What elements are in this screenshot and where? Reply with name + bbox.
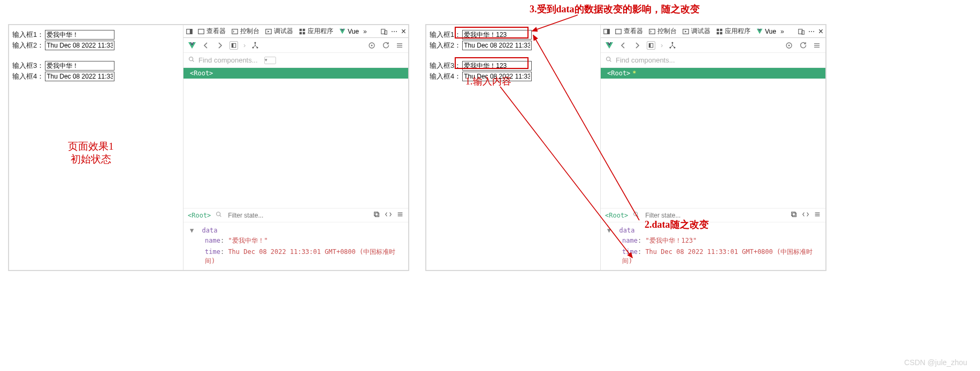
refresh-icon[interactable] [799, 41, 807, 50]
tree-root-row[interactable]: <Root> * [601, 68, 825, 79]
breadcrumb-sep: › [661, 41, 663, 49]
svg-rect-36 [720, 32, 722, 34]
components-icon[interactable] [647, 41, 655, 50]
tab-console[interactable]: 控制台 [647, 27, 678, 36]
more-icon[interactable]: ⋯ [391, 28, 398, 35]
vue-component-search[interactable]: Find components... ▾ [183, 53, 408, 68]
modified-marker: * [632, 69, 636, 77]
input3-label: 输入框3： [12, 61, 44, 71]
vue-component-search[interactable]: Find components... [601, 53, 825, 68]
input4-label: 输入框4： [430, 72, 461, 81]
tab-vue[interactable]: Vue [755, 28, 777, 35]
input2[interactable] [45, 41, 114, 50]
input3[interactable] [45, 61, 114, 71]
input1[interactable] [462, 30, 532, 40]
select-component-icon[interactable] [785, 41, 793, 50]
dock-icon[interactable] [186, 28, 193, 35]
copy-state-icon[interactable] [373, 211, 380, 220]
dock-icon[interactable] [603, 28, 610, 35]
vue-icon [339, 28, 346, 35]
svg-rect-33 [717, 28, 719, 30]
input3[interactable] [462, 61, 532, 71]
tab-application[interactable]: 应用程序 [715, 27, 752, 36]
vue-search-placeholder: Find components... [616, 56, 675, 64]
svg-rect-1 [190, 29, 192, 34]
vue-logo-icon[interactable] [188, 41, 196, 50]
code-icon[interactable] [385, 211, 392, 220]
vue-search-placeholder: Find components... [198, 56, 258, 64]
input4[interactable] [462, 72, 532, 81]
refresh-icon[interactable] [381, 41, 390, 50]
vue-icon [756, 28, 763, 35]
nav-back-icon[interactable] [619, 41, 627, 50]
responsive-icon[interactable] [380, 28, 388, 35]
data-section-label: data [202, 227, 217, 234]
annotation-left-line2: 初始状态 [68, 153, 114, 166]
menu-icon[interactable] [396, 211, 404, 220]
nav-back-icon[interactable] [202, 41, 210, 50]
tab-vue[interactable]: Vue [338, 28, 360, 35]
field-row-3: 输入框3： [12, 60, 180, 71]
data-section-row[interactable]: ▼ data [607, 227, 819, 234]
tab-vue-label: Vue [348, 28, 359, 35]
svg-rect-40 [649, 43, 650, 48]
tree-root-row[interactable]: <Root> [183, 68, 408, 79]
menu-icon[interactable] [814, 211, 821, 220]
page-pane-right: 输入框1： 输入框2： 输入框3： 输入框4： [426, 25, 600, 270]
responsive-icon[interactable] [798, 28, 805, 35]
watermark: CSDN @jule_zhou [904, 358, 967, 367]
input1[interactable] [45, 30, 114, 40]
close-devtools[interactable]: × [818, 27, 823, 36]
filter-state-input[interactable] [644, 211, 708, 220]
svg-rect-26 [398, 214, 403, 214]
copy-state-icon[interactable] [790, 211, 798, 220]
triangle-down-icon: ▼ [607, 227, 611, 234]
vue-logo-icon[interactable] [605, 41, 614, 50]
state-name-key: name [622, 237, 638, 244]
filter-state-input[interactable] [227, 211, 291, 220]
tabs-overflow[interactable]: » [780, 28, 784, 35]
tab-console[interactable]: 控制台 [230, 27, 261, 36]
data-section-row[interactable]: ▼ data [190, 227, 402, 234]
tree-icon[interactable] [251, 41, 259, 50]
state-time-row[interactable]: time: Thu Dec 08 2022 11:33:01 GMT+0800 … [622, 248, 819, 266]
tree-icon[interactable] [668, 41, 677, 50]
close-devtools[interactable]: × [401, 27, 406, 36]
svg-rect-8 [303, 32, 305, 34]
more-icon[interactable]: ⋯ [808, 28, 815, 35]
annotation-top: 3.受到data的数据改变的影响，随之改变 [530, 3, 700, 16]
code-icon[interactable] [802, 211, 809, 220]
settings-icon[interactable] [813, 41, 821, 50]
field-row-1: 输入框1： [12, 29, 180, 40]
svg-rect-6 [303, 28, 305, 30]
tabs-overflow[interactable]: » [363, 28, 367, 35]
svg-rect-53 [815, 213, 820, 213]
window-after: 输入框1： 输入框2： 输入框3： 输入框4： 查看器 [425, 24, 826, 271]
nav-forward-icon[interactable] [633, 41, 641, 50]
tab-debugger[interactable]: 调试器 [264, 27, 294, 36]
components-icon[interactable] [229, 41, 238, 50]
input2[interactable] [462, 41, 532, 50]
tab-application[interactable]: 应用程序 [297, 27, 334, 36]
state-time-value: Thu Dec 08 2022 11:33:01 GMT+0800 (中国标准时… [622, 248, 813, 265]
field-row-2: 输入框2： [430, 40, 597, 51]
state-name-key: name [205, 237, 220, 244]
state-name-row[interactable]: name: "爱我中华！123" [622, 236, 819, 245]
state-name-row[interactable]: name: "爱我中华！" [205, 236, 402, 245]
svg-rect-23 [374, 212, 378, 216]
state-time-row[interactable]: time: Thu Dec 08 2022 11:33:01 GMT+0800 … [205, 248, 402, 266]
settings-icon[interactable] [395, 41, 404, 50]
tab-debugger[interactable]: 调试器 [681, 27, 711, 36]
tab-inspector[interactable]: 查看器 [196, 27, 227, 36]
root-label: <Root> [607, 69, 630, 77]
svg-rect-25 [398, 213, 403, 213]
select-component-icon[interactable] [368, 41, 376, 50]
svg-rect-30 [616, 29, 622, 34]
tab-inspector[interactable]: 查看器 [614, 27, 644, 36]
input4[interactable] [45, 72, 114, 81]
dropdown-icon[interactable]: ▾ [264, 57, 276, 64]
nav-forward-icon[interactable] [216, 41, 224, 50]
state-crumb: <Root> [188, 212, 211, 219]
devtools-tabstrip: 查看器 控制台 调试器 应用程序 Vue » ⋯ × [601, 25, 825, 38]
svg-point-50 [634, 212, 638, 216]
